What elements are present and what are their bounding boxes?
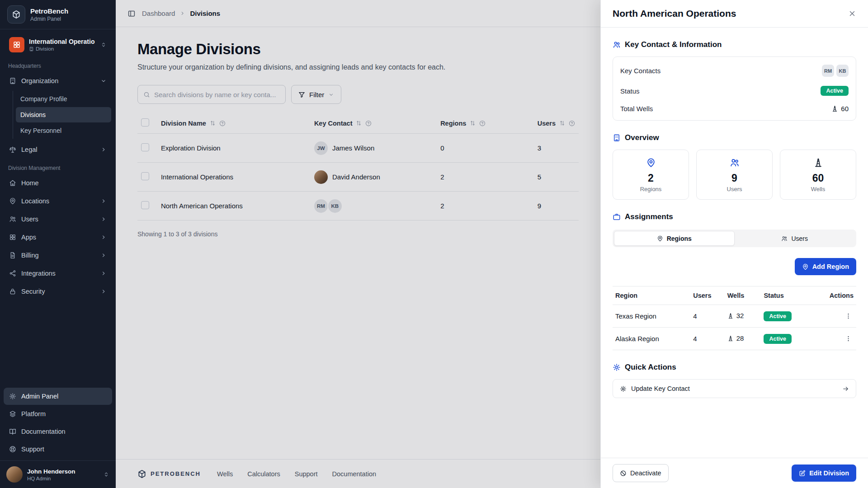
status-badge: Active xyxy=(764,311,792,321)
section-assignments-heading: Assignments xyxy=(613,212,856,221)
add-region-button[interactable]: Add Region xyxy=(795,258,856,275)
drawer-footer: Deactivate Edit Division xyxy=(601,458,868,488)
users-icon xyxy=(781,235,788,242)
file-icon xyxy=(9,252,16,259)
main-area: Dashboard Divisions Manage Divisions Str… xyxy=(116,0,600,488)
sidebar-item-legal[interactable]: Legal xyxy=(4,141,112,158)
sidebar-item-platform[interactable]: Platform xyxy=(4,405,112,422)
row-actions-button[interactable] xyxy=(843,311,854,321)
section-overview-heading: Overview xyxy=(613,133,856,142)
region-users: 4 xyxy=(690,328,724,350)
regions-table: Region Users Wells Status Actions Texas … xyxy=(613,286,856,350)
region-users: 4 xyxy=(690,305,724,328)
assignments-tabs: Regions Users xyxy=(613,230,856,247)
briefcase-icon xyxy=(613,213,621,221)
book-icon xyxy=(9,428,16,435)
app-root: PetroBench Admin Panel International Ope… xyxy=(0,0,868,488)
building-icon xyxy=(613,134,621,142)
region-wells: 28 xyxy=(727,334,744,342)
stat-card-regions: 2 Regions xyxy=(613,150,689,200)
column-header-status: Status xyxy=(761,286,826,305)
column-header-region: Region xyxy=(613,286,690,305)
row-actions-button[interactable] xyxy=(843,333,854,344)
map-pin-icon xyxy=(9,197,16,205)
drawer-body: Key Contact & Information Key Contacts R… xyxy=(601,28,868,458)
org-selector[interactable]: International Operatio Division xyxy=(5,34,110,56)
sidebar-item-key-personnel[interactable]: Key Personnel xyxy=(16,123,111,138)
status-badge: Active xyxy=(764,334,792,344)
section-quick-actions-heading: Quick Actions xyxy=(613,363,856,372)
derrick-icon xyxy=(813,158,823,168)
map-pin-icon xyxy=(802,263,809,270)
chevrons-up-down-icon xyxy=(103,471,109,478)
sidebar-nav-headquarters: Organization Company Profile Divisions K… xyxy=(0,72,116,159)
sidebar-item-company-profile[interactable]: Company Profile xyxy=(16,91,111,107)
avatar xyxy=(6,466,23,483)
region-wells: 32 xyxy=(727,312,744,319)
organization-children: Company Profile Divisions Key Personnel xyxy=(13,91,111,139)
update-key-contact-button[interactable]: Update Key Contact xyxy=(613,379,856,398)
layers-icon xyxy=(9,410,16,418)
sidebar-item-security[interactable]: Security xyxy=(4,283,112,300)
users-icon xyxy=(730,158,740,168)
info-row-key-contacts: Key Contacts RM KB xyxy=(613,60,856,81)
division-detail-drawer: North American Operations Key Contact & … xyxy=(600,0,868,488)
sidebar-item-integrations[interactable]: Integrations xyxy=(4,265,112,282)
sidebar-item-documentation[interactable]: Documentation xyxy=(4,423,112,440)
sidebar-item-apps[interactable]: Apps xyxy=(4,229,112,246)
chevron-right-icon xyxy=(100,288,107,295)
sidebar-item-divisions[interactable]: Divisions xyxy=(16,107,111,122)
section-label-division-management: Division Management xyxy=(0,159,116,174)
chevron-down-icon xyxy=(100,78,107,84)
stat-card-wells: 60 Wells xyxy=(780,150,856,200)
derrick-icon xyxy=(727,313,734,319)
users-icon xyxy=(613,41,621,49)
close-button[interactable] xyxy=(846,8,858,19)
chevron-right-icon xyxy=(100,216,107,222)
chevron-right-icon xyxy=(100,146,107,153)
brand: PetroBench Admin Panel xyxy=(0,0,116,29)
share-icon xyxy=(9,270,16,277)
sidebar: PetroBench Admin Panel International Ope… xyxy=(0,0,116,488)
info-row-total-wells: Total Wells 60 xyxy=(613,100,856,117)
sidebar-item-users[interactable]: Users xyxy=(4,211,112,228)
key-contact-card: Key Contacts RM KB Status Active Total W… xyxy=(613,56,856,121)
sidebar-item-locations[interactable]: Locations xyxy=(4,192,112,210)
drawer-title: North American Operations xyxy=(613,8,736,19)
chevron-right-icon xyxy=(100,252,107,258)
gear-icon xyxy=(9,393,16,400)
region-row: Texas Region 4 32 Active xyxy=(613,305,856,328)
edit-division-button[interactable]: Edit Division xyxy=(792,465,856,482)
org-name: International Operatio xyxy=(29,38,96,45)
close-icon xyxy=(848,9,856,18)
petrobench-logo-icon xyxy=(7,5,25,23)
modal-overlay[interactable] xyxy=(116,0,600,488)
overview-stats: 2 Regions 9 Users 60 Wells xyxy=(613,150,856,200)
chevron-right-icon xyxy=(100,270,107,277)
gear-icon xyxy=(613,363,621,371)
sidebar-item-home[interactable]: Home xyxy=(4,174,112,192)
column-header-actions: Actions xyxy=(827,286,856,305)
contact-chip: KB xyxy=(836,65,849,77)
status-badge: Active xyxy=(821,86,849,96)
user-menu[interactable]: John Henderson HQ Admin xyxy=(0,460,116,488)
tab-regions[interactable]: Regions xyxy=(614,231,735,246)
brand-name: PetroBench xyxy=(30,7,68,15)
user-role: HQ Admin xyxy=(27,476,99,481)
add-region-row: Add Region xyxy=(613,258,856,275)
deactivate-button[interactable]: Deactivate xyxy=(613,464,669,482)
map-pin-icon xyxy=(646,158,656,168)
brand-subtitle: Admin Panel xyxy=(30,16,68,22)
sidebar-item-admin-panel[interactable]: Admin Panel xyxy=(4,388,112,405)
org-grid-icon xyxy=(9,37,24,52)
section-key-contact-heading: Key Contact & Information xyxy=(613,40,856,49)
sidebar-item-support[interactable]: Support xyxy=(4,441,112,458)
ban-icon xyxy=(620,470,627,477)
sidebar-item-organization[interactable]: Organization xyxy=(4,72,112,89)
edit-icon xyxy=(799,470,806,477)
sidebar-item-billing[interactable]: Billing xyxy=(4,247,112,264)
home-icon xyxy=(9,179,16,187)
tab-users[interactable]: Users xyxy=(735,231,855,246)
scale-icon xyxy=(9,146,16,153)
map-pin-icon xyxy=(657,235,663,242)
